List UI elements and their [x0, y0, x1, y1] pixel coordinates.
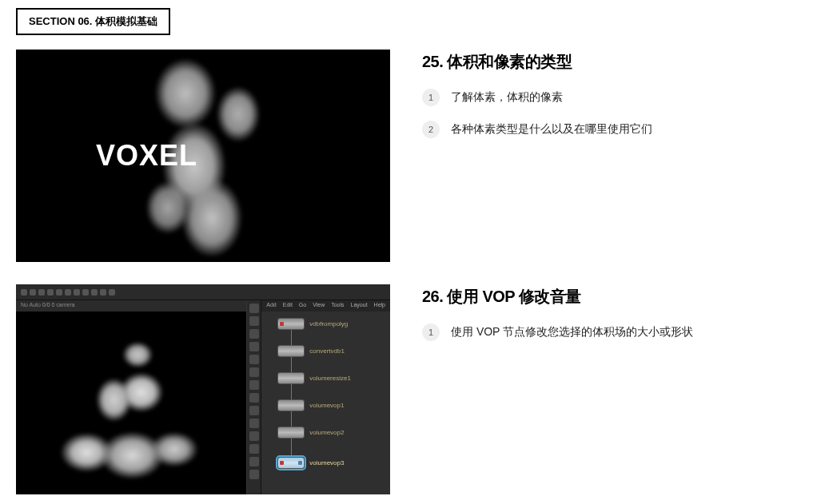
- viewport-header: No Auto 0/0 0 camera: [16, 300, 246, 312]
- list-item: 1 了解体素，体积的像素: [422, 89, 801, 106]
- point-text: 使用 VOP 节点修改您选择的体积场的大小或形状: [451, 325, 693, 339]
- houdini-toolbar: [247, 300, 261, 494]
- houdini-titlebar: [16, 284, 390, 300]
- lesson-content: 26. 使用 VOP 修改音量 1 使用 VOP 节点修改您选择的体积场的大小或…: [422, 284, 801, 494]
- cloud-graphic: [32, 332, 214, 482]
- section-tag: SECTION 06. 体积模拟基础: [16, 8, 170, 35]
- list-item: 2 各种体素类型是什么以及在哪里使用它们: [422, 121, 801, 138]
- network-menu: Add Edit Go View Tools Layout Help: [261, 300, 390, 312]
- lesson-content: 25. 体积和像素的类型 1 了解体素，体积的像素 2 各种体素类型是什么以及在…: [422, 50, 801, 262]
- lesson-title: 25. 体积和像素的类型: [422, 51, 801, 73]
- lesson-thumbnail-voxel: VOXEL: [16, 50, 390, 262]
- houdini-network-view: Add Edit Go View Tools Layout Help vdbfr…: [261, 300, 390, 494]
- houdini-viewport: No Auto 0/0 0 camera: [16, 300, 247, 494]
- point-number: 2: [422, 121, 440, 138]
- point-number: 1: [422, 89, 440, 106]
- point-number: 1: [422, 323, 440, 341]
- thumbnail-overlay-text: VOXEL: [96, 139, 197, 173]
- lesson-title: 26. 使用 VOP 修改音量: [422, 286, 801, 308]
- point-text: 各种体素类型是什么以及在哪里使用它们: [451, 122, 652, 137]
- list-item: 1 使用 VOP 节点修改您选择的体积场的大小或形状: [422, 323, 801, 341]
- lesson-row: No Auto 0/0 0 camera Add Edit Go View To…: [16, 284, 801, 494]
- lesson-thumbnail-houdini: No Auto 0/0 0 camera Add Edit Go View To…: [16, 284, 390, 494]
- lesson-row: VOXEL 25. 体积和像素的类型 1 了解体素，体积的像素 2 各种体素类型…: [16, 50, 801, 262]
- point-text: 了解体素，体积的像素: [451, 90, 563, 105]
